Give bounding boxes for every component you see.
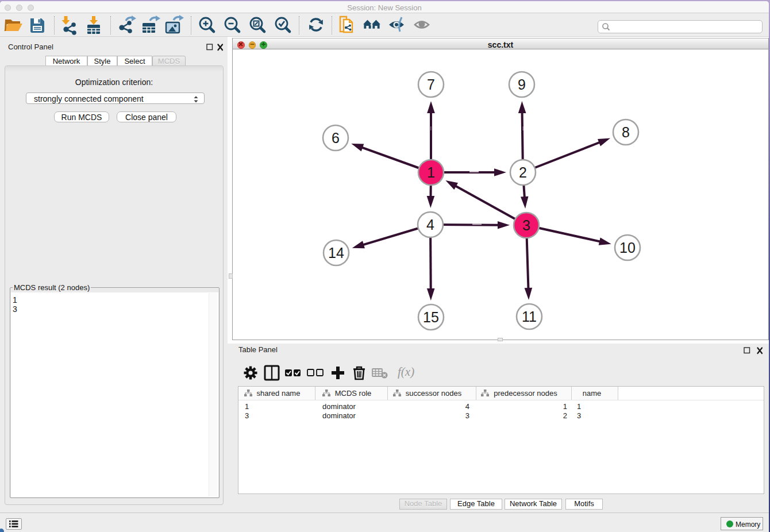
svg-text:10: 10 — [619, 240, 636, 256]
svg-text:2: 2 — [519, 164, 527, 180]
svg-text:6: 6 — [332, 130, 340, 146]
svg-text:8: 8 — [622, 124, 630, 140]
svg-text:4: 4 — [426, 217, 434, 233]
svg-text:15: 15 — [423, 309, 439, 325]
svg-text:3: 3 — [522, 217, 530, 233]
svg-text:7: 7 — [427, 76, 435, 92]
svg-text:9: 9 — [518, 76, 526, 92]
svg-text:11: 11 — [522, 309, 537, 325]
svg-text:1: 1 — [427, 164, 435, 180]
svg-text:14: 14 — [328, 245, 344, 261]
